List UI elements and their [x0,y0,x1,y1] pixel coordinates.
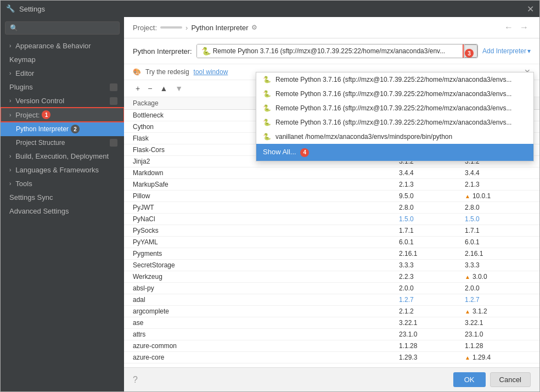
breadcrumb-project-label: Project: [133,24,157,32]
table-row[interactable]: PySocks1.7.11.7.1 [124,225,539,237]
sidebar-item-python-interpreter[interactable]: Python Interpreter 2 [1,122,124,136]
sidebar-item-label: Appearance & Behavior [15,42,91,50]
nav-forward-button[interactable]: → [518,21,531,33]
dropdown-option-4[interactable]: 🐍 Remote Python 3.7.16 (sftp://mzx@10.7.… [256,115,533,130]
table-row[interactable]: Markdown3.4.43.4.4 [124,167,539,179]
package-latest: 1.7.1 [465,227,531,234]
help-button[interactable]: ? [133,375,138,385]
main-panel: Project: › Python Interpreter ⚙ ← → Pyth… [124,17,539,391]
sidebar-item-tools[interactable]: › Tools [1,177,124,191]
package-name: Pillow [133,192,399,200]
table-row[interactable]: Pygments2.16.12.16.1 [124,248,539,260]
sidebar-item-keymap[interactable]: Keymap [1,53,124,66]
project-badge: 1 [42,110,50,119]
breadcrumb: Project: › Python Interpreter ⚙ ← → [124,17,539,38]
sidebar-item-advanced-settings[interactable]: Advanced Settings [1,204,124,218]
up-package-button[interactable]: ▲ [157,82,170,94]
dropdown-option-2[interactable]: 🐍 Remote Python 3.7.16 (sftp://mzx@10.7.… [256,87,533,101]
table-row[interactable]: MarkupSafe2.1.32.1.3 [124,179,539,191]
package-name: Markdown [133,169,399,177]
table-row[interactable]: azure-common1.1.281.1.28 [124,340,539,352]
package-version: 2.2.3 [399,273,465,281]
sidebar-item-label: Build, Execution, Deployment [15,152,109,160]
add-interpreter-button[interactable]: Add Interpreter ▾ [482,47,531,55]
table-row[interactable]: Werkzeug2.2.3▲3.0.0 [124,271,539,283]
nav-arrows: ← → [502,21,531,33]
table-row[interactable]: azure-core1.29.3▲1.29.4 [124,352,539,363]
breadcrumb-gear-icon[interactable]: ⚙ [251,24,257,31]
expand-arrow: › [9,153,11,159]
package-name: SecretStorage [133,261,399,269]
nav-back-button[interactable]: ← [502,21,515,33]
interpreter-label: Python Interpreter: [133,47,192,55]
interpreter-select[interactable]: 🐍 Remote Python 3.7.16 (sftp://mzx@10.7.… [197,44,464,58]
table-row[interactable]: absl-py2.0.02.0.0 [124,283,539,294]
package-latest: 2.8.0 [465,204,531,211]
table-row[interactable]: Pillow9.5.0▲10.0.1 [124,191,539,202]
search-box[interactable]: 🔍 [5,21,120,35]
sidebar-section: › Appearance & Behavior Keymap › Editor … [1,39,124,218]
dropdown-option-text: Remote Python 3.7.16 (sftp://mzx@10.7.39… [275,104,527,112]
package-name: PyNaCl [133,215,399,223]
package-latest: 23.1.0 [465,331,531,338]
close-button[interactable]: ✕ [527,4,534,14]
add-package-button[interactable]: + [133,82,143,94]
remove-package-button[interactable]: − [145,82,155,94]
window-title: Settings [19,5,527,13]
sidebar-item-version-control[interactable]: › Version Control [1,94,124,108]
table-row[interactable]: argcomplete2.1.2▲3.1.2 [124,306,539,317]
breadcrumb-project-value [160,26,182,29]
sidebar-item-languages[interactable]: › Languages & Frameworks [1,163,124,177]
sidebar-item-build-execution[interactable]: › Build, Execution, Deployment [1,149,124,163]
show-all-button[interactable]: Show All... 4 [256,144,533,161]
sidebar-item-project-structure[interactable]: Project Structure [1,136,124,149]
add-badge: 3 [465,49,474,58]
show-all-badge: 4 [300,148,309,157]
ok-button[interactable]: OK [453,372,486,387]
expand-arrow: › [9,181,11,187]
sidebar-item-label: Settings Sync [9,193,53,201]
package-latest: 2.1.3 [465,181,531,188]
table-row[interactable]: attrs23.1.023.1.0 [124,329,539,340]
sidebar-item-settings-sync[interactable]: Settings Sync [1,191,124,204]
python-icon: 🐍 [263,133,271,141]
tool-window-link[interactable]: tool window [194,68,228,76]
package-version: 1.1.28 [399,342,465,350]
table-row[interactable]: PyNaCl1.5.01.5.0 [124,214,539,225]
search-input[interactable] [21,24,115,32]
add-interpreter-label: Add Interpreter [482,47,526,55]
cancel-button[interactable]: Cancel [490,372,531,387]
python-icon: 🐍 [263,119,271,126]
package-name: Pygments [133,250,399,257]
sidebar-item-appearance[interactable]: › Appearance & Behavior [1,39,124,53]
dropdown-option-1[interactable]: 🐍 Remote Python 3.7.16 (sftp://mzx@10.7.… [256,72,533,87]
app-icon: 🔧 [6,4,15,13]
package-version: 3.22.1 [399,319,465,327]
dropdown-option-vanilla[interactable]: 🐍 vanillanet /home/mzx/anaconda3/envs/mi… [256,130,533,144]
interpreter-badge: 2 [71,125,80,133]
sidebar-item-editor[interactable]: › Editor [1,66,124,80]
interpreter-dropdown: 🐍 Remote Python 3.7.16 (sftp://mzx@10.7.… [256,72,534,161]
sidebar-item-label: Tools [15,180,32,188]
add-interpreter-arrow: ▾ [527,47,531,55]
sidebar-item-plugins[interactable]: Plugins [1,80,124,94]
upgrade-arrow-icon: ▲ [465,355,470,361]
table-row[interactable]: adal1.2.71.2.7 [124,294,539,306]
package-version: 23.1.0 [399,331,465,338]
package-latest: 2.16.1 [465,250,531,257]
down-package-button[interactable]: ▼ [172,82,185,94]
sidebar-item-project[interactable]: › Project: 1 [1,108,124,122]
interpreter-select-wrapper: 🐍 Remote Python 3.7.16 (sftp://mzx@10.7.… [196,44,478,58]
package-latest: 1.1.28 [465,342,531,350]
package-name: azure-common [133,342,399,350]
footer-buttons: OK Cancel [453,372,531,387]
table-row[interactable]: PyJWT2.8.02.8.0 [124,202,539,214]
dropdown-option-3[interactable]: 🐍 Remote Python 3.7.16 (sftp://mzx@10.7.… [256,101,533,115]
table-row[interactable]: ase3.22.13.22.1 [124,317,539,329]
sidebar-item-label: Keymap [9,55,36,64]
package-latest: 6.0.1 [465,238,531,246]
sidebar-item-label: Project Structure [16,139,65,147]
table-row[interactable]: PyYAML6.0.16.0.1 [124,237,539,248]
table-row[interactable]: SecretStorage3.3.33.3.3 [124,260,539,271]
title-bar: 🔧 Settings ✕ [1,1,539,17]
